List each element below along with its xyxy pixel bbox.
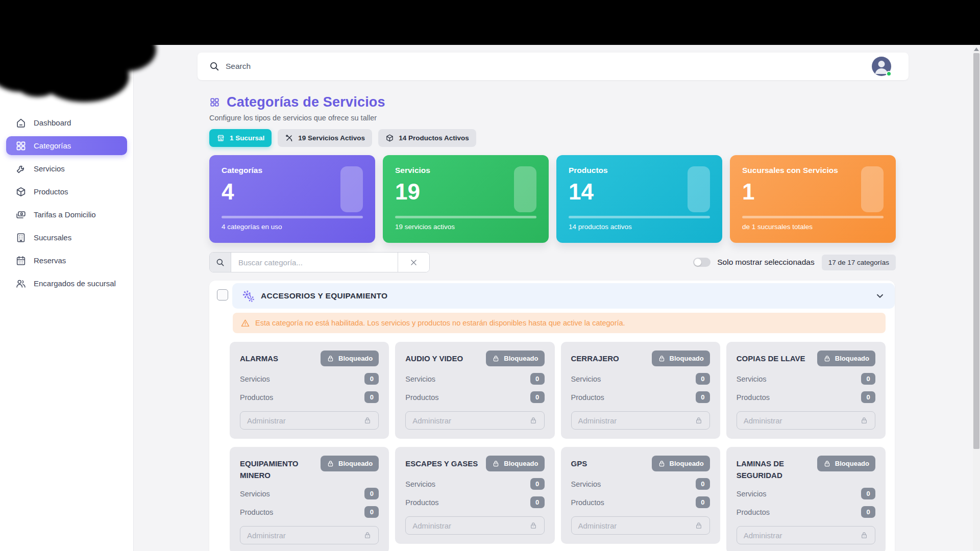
subcategory-name: ALARMAS bbox=[240, 350, 278, 365]
services-count: 0 bbox=[530, 373, 545, 385]
category-search-input[interactable] bbox=[231, 253, 398, 272]
products-row: Productos 0 bbox=[737, 391, 875, 403]
administrar-button[interactable]: Administrar bbox=[737, 526, 875, 544]
blocked-badge: Bloqueado bbox=[321, 456, 379, 471]
sidebar-item-tarifas-a-domicilio[interactable]: Tarifas a Domicilio bbox=[6, 205, 127, 224]
lock-icon bbox=[860, 416, 868, 424]
lock-icon bbox=[529, 416, 537, 424]
subcategory-card: LAMINAS DE SEGURIDAD Bloqueado Servicios… bbox=[726, 447, 886, 551]
stat-decoration bbox=[861, 166, 884, 212]
subcategory-name: CERRAJERO bbox=[571, 350, 619, 365]
gears-icon bbox=[241, 289, 255, 303]
scrollbar[interactable] bbox=[973, 45, 980, 551]
blocked-badge: Bloqueado bbox=[817, 456, 875, 471]
administrar-button[interactable]: Administrar bbox=[405, 516, 544, 535]
wrench-icon bbox=[15, 163, 27, 174]
lock-icon bbox=[695, 416, 703, 424]
services-row: Servicios 0 bbox=[737, 373, 875, 385]
summary-badges: 1 Sucursal 19 Servicios Activos 14 Produ… bbox=[209, 129, 896, 147]
products-count: 0 bbox=[364, 506, 379, 518]
services-row: Servicios 0 bbox=[737, 488, 875, 499]
services-row: Servicios 0 bbox=[405, 478, 544, 490]
sidebar: Dashboard Categorías Servicios Productos… bbox=[0, 45, 134, 551]
subcategory-name: LAMINAS DE SEGURIDAD bbox=[737, 456, 813, 481]
products-count: 0 bbox=[530, 391, 545, 403]
products-row: Productos 0 bbox=[240, 506, 379, 518]
scrollbar-thumb[interactable] bbox=[973, 53, 979, 449]
stat-card: Servicios 19 19 servicios activos bbox=[383, 155, 549, 243]
categories-icon bbox=[209, 97, 220, 108]
filter-row: Solo mostrar seleccionadas 17 de 17 cate… bbox=[209, 252, 896, 272]
category-search-group bbox=[209, 252, 430, 272]
sidebar-item-sucursales[interactable]: Sucursales bbox=[6, 228, 127, 247]
services-count: 0 bbox=[364, 488, 379, 499]
products-count: 0 bbox=[364, 391, 379, 403]
scroll-up-arrow[interactable] bbox=[974, 47, 979, 51]
stat-caption: 4 categorías en uso bbox=[222, 223, 363, 231]
section-title: ACCESORIOS Y EQUIPAMIENTO bbox=[261, 291, 387, 300]
lock-icon bbox=[695, 521, 703, 530]
services-row: Servicios 0 bbox=[571, 373, 710, 385]
products-count: 0 bbox=[861, 506, 875, 518]
stat-decoration bbox=[514, 166, 536, 212]
page-title: Categorías de Servicios bbox=[227, 94, 385, 110]
administrar-button[interactable]: Administrar bbox=[571, 516, 710, 535]
products-count: 0 bbox=[696, 391, 710, 403]
lock-icon bbox=[492, 460, 500, 467]
summary-badge: 14 Productos Activos bbox=[378, 129, 476, 147]
section-checkbox[interactable] bbox=[217, 289, 228, 300]
administrar-button[interactable]: Administrar bbox=[405, 411, 544, 430]
administrar-button[interactable]: Administrar bbox=[737, 411, 875, 430]
lock-icon bbox=[327, 460, 334, 467]
products-row: Productos 0 bbox=[571, 391, 710, 403]
sidebar-item-encargados-de-sucursal[interactable]: Encargados de sucursal bbox=[6, 274, 127, 293]
lock-icon bbox=[363, 416, 372, 424]
tools-icon bbox=[285, 134, 293, 142]
section-accordion-header[interactable]: ACCESORIOS Y EQUIPAMIENTO bbox=[232, 283, 895, 309]
sidebar-item-reservas[interactable]: Reservas bbox=[6, 251, 127, 270]
category-count-badge: 17 de 17 categorías bbox=[822, 255, 896, 270]
products-row: Productos 0 bbox=[737, 506, 875, 518]
sidebar-item-label: Encargados de sucursal bbox=[34, 279, 116, 288]
blocked-badge: Bloqueado bbox=[817, 350, 875, 366]
lock-icon bbox=[492, 355, 500, 362]
global-search-input[interactable] bbox=[226, 62, 872, 71]
stat-cards: Categorías 4 4 categorías en uso Servici… bbox=[209, 155, 896, 243]
products-row: Productos 0 bbox=[405, 496, 544, 508]
services-count: 0 bbox=[861, 488, 875, 499]
home-icon bbox=[15, 117, 27, 129]
administrar-button[interactable]: Administrar bbox=[240, 411, 379, 430]
sidebar-item-productos[interactable]: Productos bbox=[6, 182, 127, 201]
services-row: Servicios 0 bbox=[240, 373, 379, 385]
administrar-button[interactable]: Administrar bbox=[240, 526, 379, 544]
money-icon bbox=[15, 209, 27, 220]
blocked-badge: Bloqueado bbox=[652, 456, 710, 471]
services-row: Servicios 0 bbox=[405, 373, 544, 385]
section-header: ACCESORIOS Y EQUIPAMIENTO bbox=[217, 283, 895, 309]
sidebar-item-servicios[interactable]: Servicios bbox=[6, 159, 127, 178]
category-section: ACCESORIOS Y EQUIPAMIENTO Esta categoría… bbox=[209, 281, 895, 551]
services-count: 0 bbox=[530, 478, 545, 490]
products-row: Productos 0 bbox=[405, 391, 544, 403]
subcategory-card: ALARMAS Bloqueado Servicios 0 Productos bbox=[230, 342, 389, 439]
subcategory-card: COPIAS DE LLAVE Bloqueado Servicios 0 Pr… bbox=[726, 342, 886, 439]
summary-badge: 19 Servicios Activos bbox=[278, 129, 372, 147]
subcategory-name: COPIAS DE LLAVE bbox=[737, 350, 805, 365]
user-avatar[interactable] bbox=[872, 57, 891, 76]
lock-icon bbox=[658, 355, 666, 362]
sidebar-item-categorias[interactable]: Categorías bbox=[6, 136, 127, 155]
chevron-down-icon[interactable] bbox=[874, 290, 886, 302]
lock-icon bbox=[823, 355, 831, 362]
only-selected-toggle[interactable] bbox=[693, 258, 710, 267]
online-status-dot bbox=[886, 71, 892, 77]
stat-caption: 19 servicios activos bbox=[395, 223, 536, 231]
summary-badge: 1 Sucursal bbox=[209, 129, 272, 147]
clear-search-button[interactable] bbox=[398, 253, 429, 272]
stat-card: Productos 14 14 productos activos bbox=[556, 155, 722, 243]
search-icon bbox=[209, 61, 220, 72]
administrar-button[interactable]: Administrar bbox=[571, 411, 710, 430]
products-row: Productos 0 bbox=[571, 496, 710, 508]
stat-caption: 14 productos activos bbox=[569, 223, 710, 231]
stat-progress-bar bbox=[742, 216, 884, 218]
sidebar-item-label: Tarifas a Domicilio bbox=[34, 210, 96, 219]
